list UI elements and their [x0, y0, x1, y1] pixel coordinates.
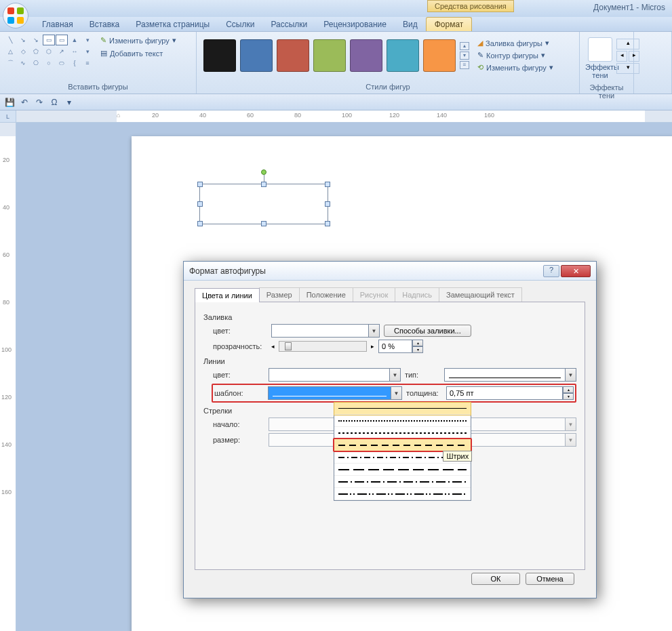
style-swatch[interactable] [423, 39, 456, 72]
spin-up[interactable]: ▴ [412, 340, 423, 346]
qat-dropdown-icon[interactable]: ▾ [64, 97, 75, 108]
line-weight-spinner[interactable]: ▴▾ [446, 386, 574, 400]
style-swatch[interactable] [350, 39, 382, 72]
transparency-spinner[interactable]: ▴▾ [378, 340, 423, 353]
spin-down[interactable]: ▾ [412, 346, 423, 353]
line-pattern-combo[interactable]: ▼ Штрих [268, 386, 402, 400]
tab-home[interactable]: Главная [34, 18, 81, 31]
group-shadow-effects: Эффекты тени ▴ ◂ ▸ ▾ Эффекты тени [580, 32, 634, 94]
save-icon[interactable]: 💾 [4, 97, 15, 108]
dash-tooltip: Штрих [443, 451, 472, 462]
resize-handle[interactable] [325, 201, 330, 207]
change-shape-button[interactable]: ⟲ Изменить фигуру ▾ [475, 62, 556, 73]
edit-shape-icon: ✎ [100, 36, 106, 45]
paint-bucket-icon: ◢ [477, 39, 483, 47]
resize-handle[interactable] [261, 221, 266, 226]
nudge-left[interactable]: ◂ [616, 51, 627, 62]
add-text-icon: ▤ [100, 49, 107, 58]
fill-color-combo[interactable]: ▼ [271, 324, 380, 338]
shape-fill-button[interactable]: ◢ Заливка фигуры ▾ [475, 37, 556, 49]
dash-option-dash[interactable] [334, 439, 471, 451]
tab-mailings[interactable]: Рассылки [262, 18, 315, 31]
redo-icon[interactable]: ↷ [34, 97, 45, 108]
tab-position[interactable]: Положение [299, 287, 353, 302]
tab-insert[interactable]: Вставка [81, 18, 128, 31]
spin-up[interactable]: ▴ [563, 386, 574, 393]
shadow-label: Эффекты тени [585, 63, 615, 79]
style-swatch[interactable] [277, 39, 309, 72]
change-shape-icon: ⟲ [477, 63, 483, 72]
resize-handle[interactable] [197, 221, 203, 226]
tab-view[interactable]: Вид [395, 18, 426, 31]
group-overflow [634, 32, 672, 94]
chevron-down-icon: ▼ [565, 369, 576, 381]
chevron-down-icon: ▼ [389, 369, 400, 381]
undo-icon[interactable]: ↶ [19, 97, 30, 108]
resize-handle[interactable] [325, 221, 330, 226]
resize-handle[interactable] [197, 201, 203, 207]
dash-option-long-dash-dot[interactable] [334, 476, 471, 488]
group-insert-shapes: ╲↘↘ ▭▭▲ ▾ △◇⬠ ⬡↗↔ ▾ ⌒∿⎔ ○⬭{ ≡ ✎ Изменить… [0, 32, 197, 94]
document-title: Документ1 - Micros [593, 3, 665, 12]
style-swatch[interactable] [203, 39, 236, 72]
resize-handle[interactable] [261, 182, 266, 187]
style-swatch[interactable] [313, 39, 346, 72]
ribbon: ╲↘↘ ▭▭▲ ▾ △◇⬠ ⬡↗↔ ▾ ⌒∿⎔ ○⬭{ ≡ ✎ Изменить… [0, 32, 672, 94]
office-button[interactable] [3, 3, 28, 28]
cancel-button[interactable]: Отмена [526, 573, 574, 585]
ruler-corner[interactable]: L [0, 110, 16, 122]
pencil-icon: ✎ [477, 51, 483, 60]
add-text-button[interactable]: ▤ Добавить текст [98, 47, 179, 59]
resize-handle[interactable] [325, 182, 330, 187]
line-color-combo[interactable]: ▼ [269, 368, 401, 382]
tab-format[interactable]: Формат [426, 17, 473, 31]
ribbon-tabs: Главная Вставка Разметка страницы Ссылки… [0, 17, 672, 32]
tab-references[interactable]: Ссылки [218, 18, 262, 31]
tab-page-layout[interactable]: Разметка страницы [127, 18, 218, 31]
shape-outline-button[interactable]: ✎ Контур фигуры ▾ [475, 49, 556, 61]
tab-alt-text[interactable]: Замещающий текст [439, 287, 522, 302]
office-logo-icon [7, 7, 24, 24]
style-swatch[interactable] [387, 39, 419, 72]
dash-option-dash-dot[interactable]: Штрих [334, 451, 471, 464]
dash-option-round-dot[interactable] [334, 415, 471, 427]
tab-review[interactable]: Рецензирование [315, 18, 395, 31]
gallery-scroll[interactable]: ▴▾≡ [460, 42, 469, 69]
dash-option-square-dot[interactable] [334, 427, 471, 439]
close-button[interactable]: ✕ [561, 265, 591, 277]
ok-button[interactable]: ОК [471, 573, 520, 585]
tab-colors-lines[interactable]: Цвета и линии [195, 288, 260, 302]
shadow-icon [588, 37, 612, 62]
spin-down[interactable]: ▾ [563, 393, 574, 400]
transparency-slider[interactable] [279, 341, 367, 352]
tab-size[interactable]: Размер [259, 287, 300, 302]
style-swatch[interactable] [240, 39, 273, 72]
edit-shape-button[interactable]: ✎ Изменить фигуру ▾ [98, 35, 179, 46]
dash-option-solid[interactable] [334, 403, 471, 415]
fill-effects-button[interactable]: Способы заливки... [384, 325, 471, 337]
line-type-combo[interactable]: ▼ [444, 368, 576, 382]
shadow-effects-button[interactable]: Эффекты тени [584, 35, 616, 82]
gear-icon [613, 617, 622, 626]
line-weight-input[interactable] [446, 386, 563, 400]
lines-section-label: Линии [203, 357, 576, 365]
style-gallery[interactable]: ▴▾≡ [201, 35, 472, 76]
dialog-titlebar[interactable]: Формат автофигуры ? ✕ [184, 262, 596, 281]
transparency-label: прозрачность: [213, 342, 267, 350]
rotate-handle[interactable] [261, 169, 266, 175]
resize-handle[interactable] [197, 182, 203, 187]
group-title: Стили фигур [201, 81, 575, 91]
dash-option-long-dash[interactable] [334, 464, 471, 476]
dash-option-long-dash-dot-dot[interactable] [334, 488, 471, 500]
chevron-down-icon: ▼ [368, 325, 379, 337]
shapes-gallery[interactable]: ╲↘↘ ▭▭▲ ▾ △◇⬠ ⬡↗↔ ▾ ⌒∿⎔ ○⬭{ ≡ [4, 35, 94, 68]
vertical-ruler[interactable]: 20 40 60 80 100 120 140 160 [0, 123, 16, 631]
change-shape-label: Изменить фигуру [486, 64, 547, 72]
add-text-label: Добавить текст [110, 49, 163, 58]
horizontal-ruler[interactable]: ⌂ 20 40 60 80 100 120 140 160 [16, 110, 672, 122]
help-button[interactable]: ? [543, 265, 559, 277]
selected-shape[interactable] [199, 184, 328, 224]
symbol-icon[interactable]: Ω [49, 97, 60, 108]
contextual-tab-label: Средства рисования [427, 0, 514, 12]
transparency-input[interactable] [378, 340, 412, 353]
